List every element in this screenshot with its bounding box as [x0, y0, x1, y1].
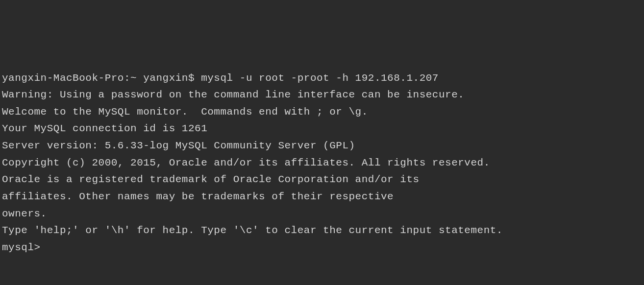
- terminal-line-help: Type 'help;' or '\h' for help. Type '\c'…: [2, 222, 642, 239]
- terminal-line-server-version: Server version: 5.6.33-log MySQL Communi…: [2, 138, 642, 155]
- terminal-line-trademark: Oracle is a registered trademark of Orac…: [2, 171, 642, 189]
- terminal-line-connection-id: Your MySQL connection id is 1261: [2, 120, 642, 138]
- terminal-line-welcome: Welcome to the MySQL monitor. Commands e…: [2, 104, 642, 121]
- terminal-line-trademark: affiliates. Other names may be trademark…: [2, 189, 642, 206]
- terminal-line-warning: Warning: Using a password on the command…: [2, 87, 642, 104]
- terminal-window[interactable]: yangxin-MacBook-Pro:~ yangxin$ mysql -u …: [2, 70, 642, 257]
- terminal-line-trademark: owners.: [2, 206, 642, 223]
- terminal-line-copyright: Copyright (c) 2000, 2015, Oracle and/or …: [2, 155, 642, 172]
- terminal-line-command: yangxin-MacBook-Pro:~ yangxin$ mysql -u …: [2, 70, 642, 87]
- mysql-prompt[interactable]: mysql>: [2, 242, 47, 253]
